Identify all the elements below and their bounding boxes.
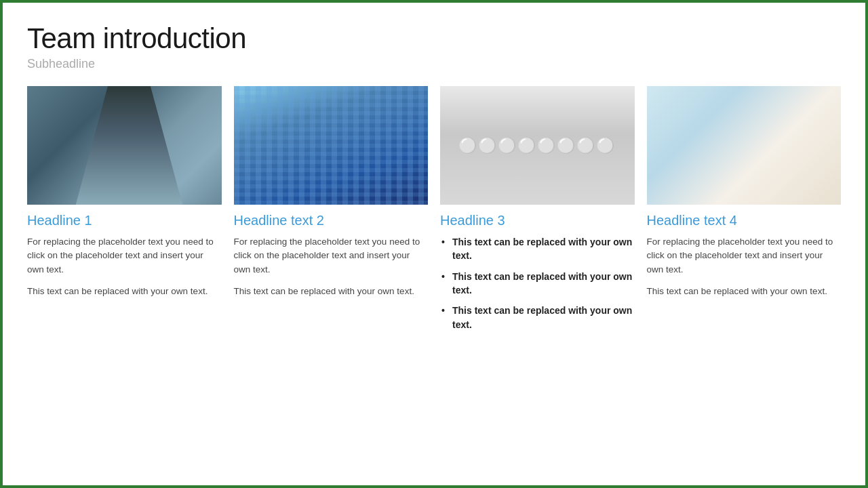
col3-bullet-2: This text can be replaced with your own …: [440, 270, 635, 298]
col3-bullet-1: This text can be replaced with your own …: [440, 235, 635, 263]
col4-headline: Headline text 4: [647, 213, 842, 228]
building-image: [234, 86, 429, 205]
slide: Team introduction Subheadline Headline 1…: [0, 0, 868, 488]
business-person-image: [27, 86, 222, 205]
col3-bullet-list: This text can be replaced with your own …: [440, 235, 635, 338]
column-2: Headline text 2 For replacing the placeh…: [234, 86, 429, 465]
col4-body: For replacing the placeholder text you n…: [647, 235, 842, 277]
column-3: Headline 3 This text can be replaced wit…: [440, 86, 635, 465]
column-4: Headline text 4 For replacing the placeh…: [647, 86, 842, 465]
slide-header: Team introduction Subheadline: [27, 23, 841, 71]
col1-extra: This text can be replaced with your own …: [27, 285, 222, 298]
col3-bullet-3: This text can be replaced with your own …: [440, 304, 635, 331]
col2-body: For replacing the placeholder text you n…: [234, 235, 429, 277]
col1-body: For replacing the placeholder text you n…: [27, 235, 222, 277]
slide-title: Team introduction: [27, 23, 841, 54]
columns-container: Headline 1 For replacing the placeholder…: [27, 86, 841, 465]
column-1: Headline 1 For replacing the placeholder…: [27, 86, 222, 465]
col4-extra: This text can be replaced with your own …: [647, 285, 842, 298]
col3-headline: Headline 3: [440, 213, 635, 228]
team-meeting-image: [647, 86, 842, 205]
col1-headline: Headline 1: [27, 213, 222, 228]
slide-subtitle: Subheadline: [27, 57, 841, 71]
pendulum-image: [440, 86, 635, 205]
col2-extra: This text can be replaced with your own …: [234, 285, 429, 298]
col2-headline: Headline text 2: [234, 213, 429, 228]
